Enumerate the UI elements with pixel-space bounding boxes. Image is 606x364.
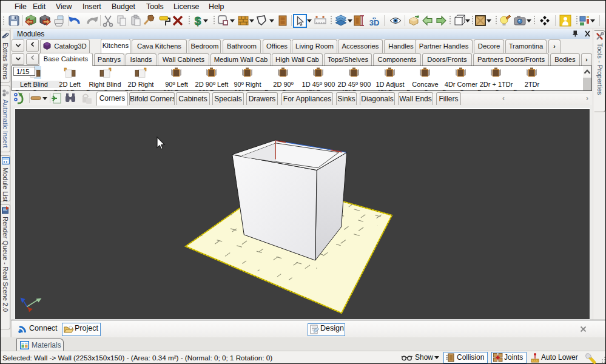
svg-text:$: $ bbox=[195, 15, 201, 27]
svg-text:3D: 3D bbox=[369, 18, 380, 27]
